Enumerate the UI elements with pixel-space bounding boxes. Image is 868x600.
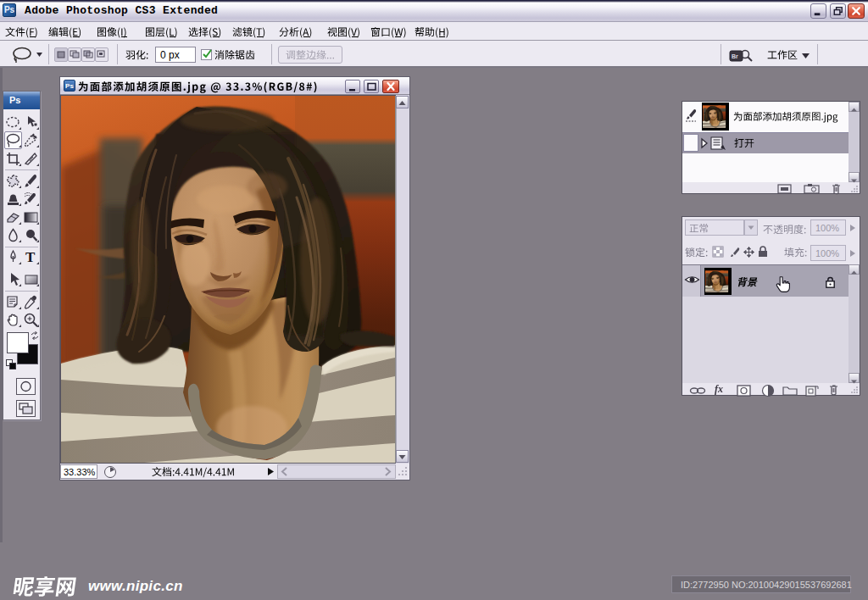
svg-text:Br: Br bbox=[732, 53, 738, 59]
